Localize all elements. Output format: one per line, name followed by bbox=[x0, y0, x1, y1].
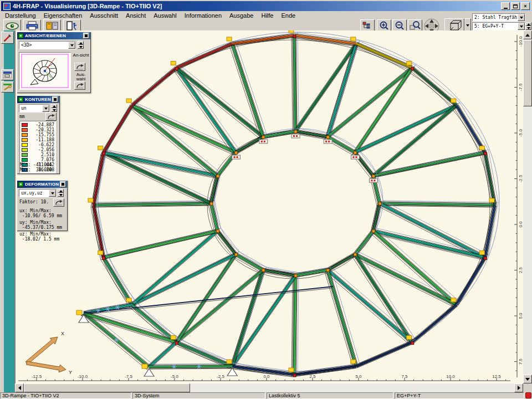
scroll-down-button[interactable] bbox=[523, 375, 532, 383]
apply-arrow-icon bbox=[76, 64, 84, 70]
view-preview-thumbnail bbox=[19, 53, 70, 89]
zoom-in-icon bbox=[379, 21, 389, 30]
menu-item-ende[interactable]: Ende bbox=[277, 12, 299, 19]
svg-text:-10.0: -10.0 bbox=[518, 36, 523, 47]
menu-item-hilfe[interactable]: Hilfe bbox=[257, 12, 277, 19]
contour-max: Max: 38.060 bbox=[20, 167, 52, 172]
svg-text:-5.0: -5.0 bbox=[518, 129, 523, 137]
legend-row: -2.056 bbox=[22, 147, 54, 152]
scroll-left-button[interactable] bbox=[15, 383, 24, 392]
result-combo-arrow[interactable] bbox=[518, 14, 525, 21]
legend-row: 2.510 bbox=[22, 152, 54, 157]
svg-text:10.0: 10.0 bbox=[446, 374, 455, 379]
auswahl-apply-button[interactable] bbox=[74, 81, 85, 90]
legend-value: 2.510 bbox=[29, 152, 54, 157]
konturen-panel-titlebar[interactable]: KONTUREN bbox=[17, 96, 59, 103]
scroll-up-button[interactable] bbox=[523, 30, 532, 39]
ansicht-apply-button[interactable] bbox=[74, 63, 85, 71]
panel-icon bbox=[18, 182, 23, 187]
deformation-combo-arrow[interactable] bbox=[49, 190, 56, 197]
deformation-row-value: -45.37/0.175 mm bbox=[17, 225, 68, 230]
close-button[interactable]: × bbox=[521, 2, 530, 10]
menu-item-informationen[interactable]: Informationen bbox=[181, 12, 226, 19]
printer-icon bbox=[26, 21, 38, 30]
menu-item-ausschnitt[interactable]: Ausschnitt bbox=[86, 12, 122, 19]
visualization-canvas[interactable]: -12.5-10.0-7.5-5.0-2.50.02.55.07.510.012… bbox=[15, 30, 523, 383]
ansicht-panel-titlebar[interactable]: ANSICHT/EBENEN bbox=[17, 32, 90, 39]
svg-text:2.5: 2.5 bbox=[518, 267, 523, 273]
mini-window-icon bbox=[3, 71, 12, 78]
kontur-combo-value: un bbox=[19, 106, 42, 111]
deformation-panel-close[interactable] bbox=[60, 181, 66, 187]
loadcase-combo-arrow[interactable] bbox=[518, 23, 525, 30]
legend-value: 7.076 bbox=[29, 157, 54, 162]
status-bar: 3D-Rampe - TIO+TIIO V23D-SystemLastkolle… bbox=[0, 392, 532, 399]
window-title: 4H-FRAP - Visualisierung [3D-Rampe - TIO… bbox=[13, 3, 500, 9]
result-combo[interactable]: 2: Stahl Tragfähigkeit (Th. 2. O bbox=[472, 13, 525, 22]
view-spinner[interactable] bbox=[78, 41, 84, 49]
menu-item-eigenschaften[interactable]: Eigenschaften bbox=[40, 12, 86, 19]
konturen-panel[interactable]: KONTUREN un mm -24.887-20.321-15.755-11.… bbox=[17, 95, 60, 174]
status-field: 3D-Rampe - TIO+TIIO V2 bbox=[0, 392, 131, 399]
scrollbar-corner bbox=[523, 383, 532, 392]
loadcase-spinner[interactable] bbox=[525, 22, 531, 30]
deformation-spinner[interactable] bbox=[58, 189, 64, 197]
deformation-row-value: -18.02/ 1.5 mm bbox=[17, 237, 68, 242]
menu-item-auswahl[interactable]: Auswahl bbox=[150, 12, 181, 19]
legend-swatch bbox=[22, 153, 28, 157]
wrench-icon bbox=[3, 84, 12, 90]
minimized-tools-panel-button[interactable] bbox=[1, 81, 14, 93]
view-preview-box[interactable] bbox=[19, 52, 71, 90]
auswahl-label: Aus-wahl bbox=[73, 73, 89, 81]
menu-item-ansicht[interactable]: Ansicht bbox=[122, 12, 150, 19]
left-sidebar bbox=[0, 30, 15, 392]
pencil-icon bbox=[3, 34, 12, 42]
view-combo[interactable]: <3D> bbox=[19, 41, 76, 49]
legend-row: -20.321 bbox=[22, 127, 54, 132]
svg-text:-5.0: -5.0 bbox=[171, 374, 178, 379]
deformation-panel[interactable]: DEFORMATION ux,uy,uz Faktor: 10. ux: Min… bbox=[17, 180, 68, 231]
svg-text:-12.5: -12.5 bbox=[32, 374, 42, 379]
edit-mode-button[interactable] bbox=[1, 32, 14, 44]
legend-row: -24.887 bbox=[22, 122, 54, 127]
menu-item-darstellung[interactable]: Darstellung bbox=[1, 12, 40, 19]
perspective-box-icon bbox=[447, 20, 462, 31]
svg-text:Y: Y bbox=[69, 370, 72, 375]
panel-icon bbox=[18, 33, 23, 38]
ansicht-panel-close[interactable] bbox=[83, 33, 89, 39]
apply-arrow-icon bbox=[76, 83, 84, 89]
horizontal-scrollbar[interactable] bbox=[15, 383, 523, 392]
svg-text:0.0: 0.0 bbox=[263, 374, 270, 379]
kontur-combo-arrow[interactable] bbox=[42, 105, 49, 112]
toolbar bbox=[1, 19, 531, 31]
structure-scene: -12.5-10.0-7.5-5.0-2.50.02.55.07.510.012… bbox=[16, 30, 524, 383]
konturen-panel-close[interactable] bbox=[52, 96, 58, 103]
vertical-scroll-thumb[interactable] bbox=[523, 40, 532, 106]
menu-item-ausgabe[interactable]: Ausgabe bbox=[226, 12, 257, 19]
status-app-icon[interactable] bbox=[525, 392, 531, 398]
view-combo-arrow[interactable] bbox=[68, 42, 75, 49]
scroll-right-button[interactable] bbox=[514, 383, 523, 392]
svg-text:7.5: 7.5 bbox=[518, 358, 523, 365]
legend-swatch bbox=[22, 158, 28, 162]
app-window: { "window": { "title": "4H-FRAP - Visual… bbox=[0, 0, 532, 399]
deformation-apply-button[interactable] bbox=[53, 198, 64, 207]
minimized-system-panel-button[interactable] bbox=[1, 69, 14, 80]
horizontal-scroll-thumb[interactable] bbox=[24, 383, 190, 392]
legend-row: 7.076 bbox=[22, 157, 54, 162]
loadcase-combo[interactable]: 5: EG+P+Y-T bbox=[472, 22, 525, 30]
deformation-combo[interactable]: ux,uy,uz bbox=[19, 189, 57, 197]
vertical-scrollbar[interactable] bbox=[523, 30, 532, 383]
kontur-combo[interactable]: un bbox=[19, 104, 50, 112]
deformation-panel-titlebar[interactable]: DEFORMATION bbox=[17, 181, 67, 188]
legend-value: -6.622 bbox=[29, 142, 54, 147]
maximize-button[interactable] bbox=[511, 2, 520, 10]
ansicht-ebenen-panel[interactable]: ANSICHT/EBENEN <3D> An-sicht Aus-wahl bbox=[17, 32, 91, 93]
kontur-spinner[interactable] bbox=[51, 104, 57, 112]
view-combo-value: <3D> bbox=[19, 43, 68, 48]
status-field: EG+P+Y-T bbox=[395, 392, 524, 399]
kontur-apply-button[interactable] bbox=[45, 112, 57, 121]
title-bar[interactable]: 4H-FRAP - Visualisierung [3D-Rampe - TIO… bbox=[1, 1, 531, 11]
deformation-values: ux: Min/Max: -10.96/ 6.59 mmuy: Min/Max:… bbox=[17, 207, 68, 242]
minimize-button[interactable] bbox=[501, 2, 510, 10]
